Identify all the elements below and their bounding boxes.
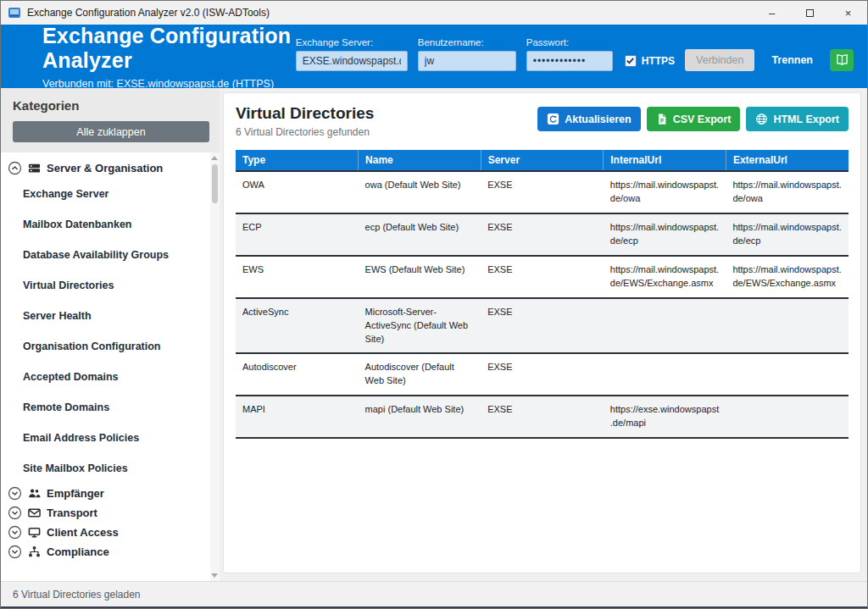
- app-icon: [8, 6, 21, 19]
- statusbar: 6 Virtual Directories geladen: [1, 581, 867, 608]
- book-icon: [835, 53, 849, 66]
- window-controls: – ×: [753, 1, 867, 25]
- minimize-button[interactable]: –: [753, 1, 791, 25]
- category-label: Empfänger: [47, 487, 104, 500]
- refresh-button[interactable]: Aktualisieren: [537, 107, 641, 131]
- cell-type: Autodiscover: [236, 353, 359, 396]
- app-title: Exchange Configuration Analyzer: [42, 24, 296, 73]
- column-header-server[interactable]: Server: [481, 150, 604, 171]
- cell-externalurl: [726, 353, 849, 396]
- sidebar-item-email-address-policies[interactable]: Email Address Policies: [8, 423, 208, 453]
- app-window: Exchange Configuration Analyzer v2.0 (IS…: [0, 0, 868, 609]
- chevron-down-icon: [8, 525, 22, 540]
- cell-externalurl: https://mail.windowspapst.de/owa: [726, 171, 849, 213]
- username-label: Benutzername:: [418, 37, 516, 47]
- people-icon: [28, 487, 41, 500]
- window-title: Exchange Configuration Analyzer v2.0 (IS…: [27, 7, 753, 19]
- category-tree: Server & Organisation Exchange Server Ma…: [1, 152, 220, 581]
- category-empfaenger[interactable]: Empfänger: [8, 484, 208, 503]
- column-header-externalurl[interactable]: ExternalUrl: [726, 150, 849, 171]
- collapse-all-button[interactable]: Alle zuklappen: [13, 121, 209, 142]
- column-header-type[interactable]: Type: [236, 150, 359, 171]
- server-label: Exchange Server:: [296, 37, 408, 47]
- username-input[interactable]: [418, 51, 516, 71]
- cell-externalurl: [726, 396, 849, 438]
- category-compliance[interactable]: Compliance: [8, 542, 208, 562]
- cell-name: owa (Default Web Site): [359, 171, 481, 213]
- password-field-group: Passwort:: [526, 37, 613, 71]
- html-export-button[interactable]: HTML Export: [746, 107, 849, 131]
- monitor-icon: [28, 526, 41, 539]
- collapsed-categories: Empfänger Transport: [8, 484, 208, 562]
- sidebar-item-virtual-directories[interactable]: Virtual Directories: [8, 270, 208, 301]
- category-transport[interactable]: Transport: [8, 503, 208, 523]
- sidebar-item-exchange-server[interactable]: Exchange Server: [8, 179, 208, 209]
- sidebar-scrollbar[interactable]: [210, 152, 220, 581]
- content-card: Virtual Directories 6 Virtual Directorie…: [223, 92, 861, 573]
- close-button[interactable]: ×: [829, 1, 867, 25]
- table-row: OWA owa (Default Web Site) EXSE https://…: [236, 171, 849, 213]
- scroll-up-arrow[interactable]: [211, 156, 218, 160]
- cell-name: EWS (Default Web Site): [359, 256, 481, 298]
- sidebar-item-organisation-configuration[interactable]: Organisation Configuration: [8, 331, 208, 362]
- connect-button[interactable]: Verbinden: [685, 49, 754, 71]
- sidebar-item-accepted-domains[interactable]: Accepted Domains: [8, 362, 208, 392]
- cell-externalurl: https://mail.windowspapst.de/EWS/Exchang…: [726, 256, 849, 298]
- cell-type: MAPI: [236, 396, 359, 438]
- content-header: Virtual Directories 6 Virtual Directorie…: [236, 104, 849, 138]
- sidebar-item-database-availability-groups[interactable]: Database Availability Groups: [8, 240, 208, 270]
- cell-server: EXSE: [481, 256, 604, 298]
- file-icon: [656, 113, 668, 125]
- column-header-internalurl[interactable]: InternalUrl: [604, 150, 726, 171]
- https-label: HTTPS: [642, 55, 675, 67]
- category-label: Transport: [47, 507, 97, 519]
- chevron-down-icon: [8, 545, 22, 559]
- cell-name: Autodiscover (Default Web Site): [359, 353, 481, 396]
- category-server-organisation[interactable]: Server & Organisation: [8, 158, 208, 179]
- scrollbar-thumb[interactable]: [212, 164, 218, 203]
- documentation-button[interactable]: [830, 49, 854, 71]
- sidebar-item-remote-domains[interactable]: Remote Domains: [8, 392, 208, 423]
- server-field-group: Exchange Server:: [296, 37, 408, 71]
- category-label: Compliance: [47, 545, 109, 558]
- table-header-row: Type Name Server InternalUrl ExternalUrl: [236, 150, 849, 171]
- connection-form: Exchange Server: Benutzername: Passwort:…: [296, 37, 854, 76]
- cell-type: ActiveSync: [236, 298, 359, 354]
- cell-internalurl: https://mail.windowspapst.de/ecp: [604, 213, 726, 256]
- cell-internalurl: https://mail.windowspapst.de/owa: [604, 171, 726, 213]
- maximize-button[interactable]: [791, 1, 829, 25]
- table-row: Autodiscover Autodiscover (Default Web S…: [236, 353, 849, 396]
- https-checkbox[interactable]: [625, 55, 637, 67]
- cell-server: EXSE: [481, 353, 604, 396]
- table-row: MAPI mapi (Default Web Site) EXSE https:…: [236, 396, 849, 438]
- sidebar-heading: Kategorien: [13, 98, 209, 113]
- sidebar-item-site-mailbox-policies[interactable]: Site Mailbox Policies: [8, 453, 208, 484]
- disconnect-button[interactable]: Trennen: [765, 49, 820, 71]
- category-label: Client Access: [47, 526, 119, 539]
- csv-export-button[interactable]: CSV Export: [647, 107, 741, 131]
- https-checkbox-group: HTTPS: [625, 51, 675, 71]
- server-input[interactable]: [296, 51, 408, 71]
- category-client-access[interactable]: Client Access: [8, 523, 208, 542]
- category-label: Server & Organisation: [47, 162, 163, 174]
- status-text: 6 Virtual Directories geladen: [13, 589, 141, 601]
- column-header-name[interactable]: Name: [359, 150, 481, 171]
- username-field-group: Benutzername:: [418, 37, 516, 71]
- main-area: Virtual Directories 6 Virtual Directorie…: [220, 88, 867, 581]
- sidebar-item-mailbox-datenbanken[interactable]: Mailbox Datenbanken: [8, 209, 208, 240]
- app-header: Exchange Configuration Analyzer Verbunde…: [1, 25, 867, 88]
- result-count: 6 Virtual Directories gefunden: [236, 126, 374, 138]
- cell-internalurl: [604, 298, 726, 354]
- virtual-directories-table: Type Name Server InternalUrl ExternalUrl…: [236, 150, 849, 439]
- action-buttons: Aktualisieren CSV Export: [537, 107, 849, 131]
- envelope-icon: [28, 507, 41, 519]
- sidebar-item-server-health[interactable]: Server Health: [8, 301, 208, 331]
- password-input[interactable]: [526, 51, 613, 71]
- cell-server: EXSE: [481, 298, 604, 354]
- sidebar: Kategorien Alle zuklappen Server & Organ…: [1, 88, 220, 581]
- scroll-down-arrow[interactable]: [211, 573, 218, 578]
- refresh-button-label: Aktualisieren: [565, 113, 632, 125]
- globe-icon: [755, 113, 768, 125]
- cell-name: Microsoft-Server-ActiveSync (Default Web…: [359, 298, 481, 354]
- chevron-down-icon: [8, 486, 22, 501]
